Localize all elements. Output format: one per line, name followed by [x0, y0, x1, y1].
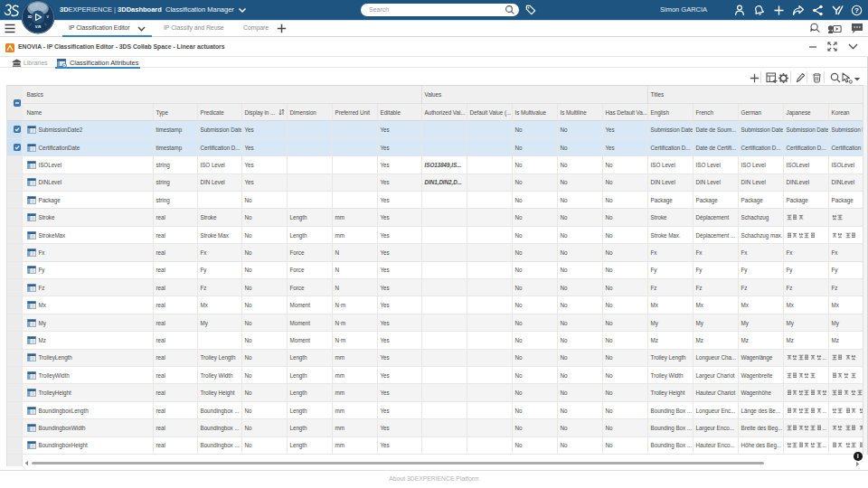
svg-text://: //	[36, 4, 38, 7]
svg-text:3D: 3D	[28, 15, 33, 19]
svg-text:?: ?	[854, 6, 859, 14]
svg-text:V.R: V.R	[35, 24, 42, 29]
